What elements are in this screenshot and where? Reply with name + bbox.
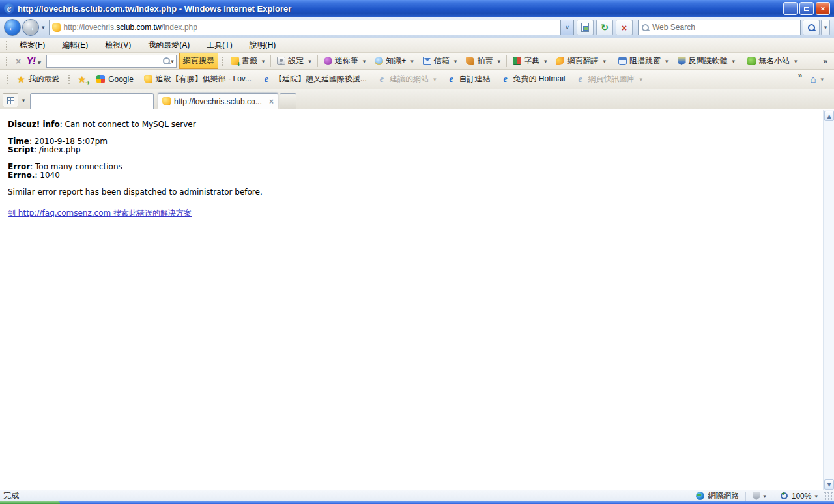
globe-icon <box>696 492 704 500</box>
yahoo-popup-blocker-button[interactable]: 阻擋跳窗 <box>614 55 673 66</box>
yahoo-search-box[interactable]: ▾ <box>46 55 177 68</box>
yahoo-logo[interactable]: Y! <box>26 55 40 67</box>
favorite-link-club[interactable]: 追殺【宥勝】俱樂部 - Lov... <box>139 74 257 85</box>
toolbar-separator <box>506 55 507 67</box>
toolbar-separator <box>741 55 741 67</box>
zoom-level: 100% <box>792 492 812 501</box>
menu-file[interactable]: 檔案(F) <box>12 38 53 53</box>
suggested-sites-button[interactable]: e建議的網站 <box>372 74 442 85</box>
tab-title: http://lovechris.sclub.co... <box>174 97 266 106</box>
favorite-link-fanclub[interactable]: e【廷院】趙又廷國際後援... <box>257 74 372 85</box>
address-toolbar: ← → ▾ http://lovechris.sclub.com.tw/inde… <box>0 17 834 38</box>
stop-button[interactable]: × <box>616 20 633 35</box>
toolbar-separator <box>317 55 318 67</box>
chevron-down-icon: ▾ <box>763 493 766 499</box>
refresh-icon: ↻ <box>601 22 609 33</box>
vertical-scrollbar[interactable]: ▲ ▼ <box>823 110 834 490</box>
yahoo-search-input[interactable] <box>49 57 162 66</box>
refresh-button[interactable]: ↻ <box>596 20 613 35</box>
yahoo-antispyware-button[interactable]: 反間諜軟體 <box>673 55 740 66</box>
quick-tabs-button[interactable] <box>3 93 18 107</box>
lightbulb-icon <box>375 57 383 65</box>
status-separator <box>773 492 773 501</box>
close-button[interactable]: × <box>816 2 830 15</box>
favorites-center-button[interactable]: 我的最愛 <box>12 74 65 85</box>
error-line: Time: 2010-9-18 5:07pm <box>8 137 826 146</box>
forward-button[interactable]: → <box>22 19 39 36</box>
blank-tab[interactable] <box>30 93 154 109</box>
quick-tabs-grid-icon <box>7 97 14 104</box>
web-slice-gallery-button[interactable]: e網頁快訊圖庫 <box>571 74 648 85</box>
yahoo-dictionary-button[interactable]: 字典 <box>508 55 552 66</box>
address-bar[interactable]: http://lovechris.sclub.com.tw/index.php <box>49 20 561 35</box>
security-zone-indicator: 網際網路 <box>693 490 741 501</box>
back-button[interactable]: ← <box>4 19 21 36</box>
instant-search-box[interactable] <box>638 20 801 35</box>
recent-pages-dropdown[interactable]: ▾ <box>42 24 45 31</box>
yahoo-web-search-button[interactable]: 網頁搜尋 <box>179 53 218 69</box>
yahoo-minipen-button[interactable]: 迷你筆 <box>319 55 371 66</box>
yahoo-toolbar-gripper[interactable] <box>5 56 8 66</box>
yahoo-toolbar-close-icon[interactable]: × <box>16 56 21 66</box>
yahoo-bookmarks-button[interactable]: 書籤 <box>226 55 270 66</box>
yahoo-toolbar: × Y! ▾ 網頁搜尋 書籤 設定 迷你筆 知識+ 信箱 拍賣 字典 網頁翻譯 … <box>0 53 834 70</box>
gavel-icon <box>466 57 474 65</box>
start-button[interactable] <box>0 501 60 504</box>
yahoo-settings-button[interactable]: 設定 <box>272 55 316 66</box>
scroll-down-arrow[interactable]: ▼ <box>824 479 834 490</box>
ie-favicon: e <box>377 75 386 84</box>
yahoo-auction-button[interactable]: 拍賣 <box>461 55 505 66</box>
resize-grip[interactable] <box>824 492 833 501</box>
google-favicon <box>96 75 105 83</box>
free-hotmail-link[interactable]: e免費的 Hotmail <box>496 74 571 85</box>
links-gripper[interactable] <box>68 74 70 85</box>
yahoo-search-dropdown[interactable]: ▾ <box>171 58 174 64</box>
customize-links-button[interactable]: e自訂連結 <box>442 74 496 85</box>
active-tab[interactable]: http://lovechris.sclub.co... × <box>158 93 278 109</box>
favorites-bar: 我的最愛 Google 追殺【宥勝】俱樂部 - Lov... e【廷院】趙又廷國… <box>0 70 834 89</box>
menu-help[interactable]: 說明(H) <box>242 38 284 53</box>
new-tab-button[interactable] <box>280 93 296 109</box>
error-line: Discuz! info: Can not connect to MySQL s… <box>8 120 826 129</box>
search-options-dropdown[interactable]: ▾ <box>821 20 830 35</box>
favorites-overflow-chevron[interactable]: » <box>798 71 803 80</box>
menu-tools[interactable]: 工具(T) <box>199 38 240 53</box>
fish-icon <box>556 57 564 65</box>
favorite-link-google[interactable]: Google <box>91 75 139 84</box>
tab-close-icon[interactable]: × <box>269 97 274 106</box>
menu-edit[interactable]: 編輯(E) <box>54 38 96 53</box>
home-button[interactable] <box>805 74 829 85</box>
search-go-button[interactable] <box>803 20 820 35</box>
menu-gripper[interactable] <box>5 40 8 51</box>
yahoo-mail-button[interactable]: 信箱 <box>418 55 462 66</box>
search-input[interactable] <box>652 23 798 32</box>
page-content: Discuz! info: Can not connect to MySQL s… <box>0 109 834 490</box>
envelope-icon <box>423 57 431 65</box>
yahoo-knowledge-button[interactable]: 知識+ <box>370 55 418 66</box>
toolbar-overflow-chevron[interactable]: » <box>823 57 827 66</box>
windows-taskbar[interactable] <box>0 501 834 504</box>
ie-favicon: e <box>262 75 271 84</box>
page-favicon <box>52 23 61 32</box>
favorites-gripper[interactable] <box>7 74 9 85</box>
tab-list-dropdown[interactable]: ▾ <box>19 93 28 107</box>
chevron-down-icon: ▾ <box>814 493 818 499</box>
smartscreen-filter-button[interactable]: ▾ <box>750 492 769 500</box>
address-dropdown-button[interactable]: ∨ <box>561 20 574 35</box>
minimize-button[interactable]: _ <box>783 2 798 15</box>
club-favicon <box>144 75 152 83</box>
restore-button[interactable] <box>799 2 814 15</box>
yahoo-translate-button[interactable]: 網頁翻譯 <box>551 55 611 66</box>
error-line: Errno.: 1040 <box>8 171 826 180</box>
menu-view[interactable]: 檢視(V) <box>97 38 139 53</box>
menu-favorites[interactable]: 我的最愛(A) <box>140 38 197 53</box>
yahoo-wretch-button[interactable]: 無名小站 <box>743 55 802 66</box>
yahoo-section-gripper[interactable] <box>221 56 223 66</box>
scroll-up-arrow[interactable]: ▲ <box>824 111 834 121</box>
add-to-favorites-bar-button[interactable] <box>73 74 92 85</box>
compatibility-view-button[interactable] <box>577 20 594 35</box>
tab-bar: ▾ http://lovechris.sclub.co... × <box>0 89 834 109</box>
faq-link[interactable]: 到 http://faq.comsenz.com 搜索此错误的解决方案 <box>8 209 192 217</box>
zoom-control[interactable]: 100% ▾ <box>777 492 820 501</box>
stop-icon: × <box>622 22 627 33</box>
